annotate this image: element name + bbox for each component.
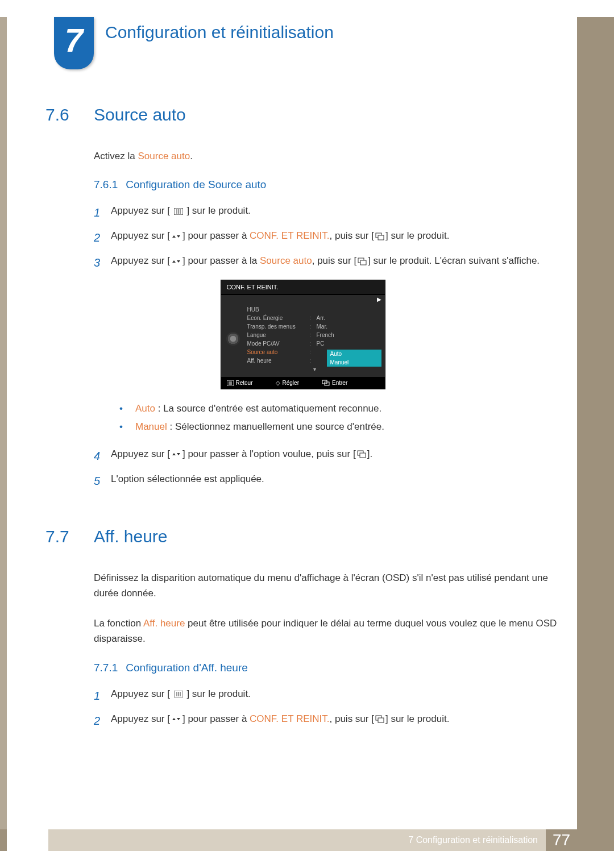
section-number: 7.6 [45, 105, 94, 124]
section-7-7-heading: 7.7 Aff. heure [45, 527, 560, 546]
subsection-title: Configuration de Source auto [126, 178, 266, 190]
up-down-icon [171, 450, 181, 458]
term-conf-reinit: CONF. ET REINIT. [250, 713, 329, 724]
section-number: 7.7 [45, 527, 94, 546]
svg-rect-21 [378, 718, 384, 722]
enter-icon [357, 450, 366, 458]
osd-title: CONF. ET REINIT. [221, 280, 385, 294]
subsection-title: Configuration d'Aff. heure [126, 662, 248, 674]
osd-preview: CONF. ET REINIT. ▶ HUB Econ. Énergie:Arr… [221, 280, 385, 389]
step-number: 2 [94, 227, 111, 248]
osd-back-icon: Retour [227, 380, 253, 386]
step-1: 1 Appuyez sur [ ] sur le produit. [94, 202, 560, 223]
subsection-number: 7.7.1 [94, 662, 118, 674]
page-number: 77 [546, 829, 577, 851]
term-source-auto: Source auto [138, 151, 190, 161]
up-down-icon [171, 258, 181, 265]
step-2: 2 Appuyez sur [] pour passer à CONF. ET … [94, 711, 560, 731]
osd-dropdown: Auto Manuel [327, 350, 381, 367]
osd-row-transp: Transp. des menus:Mar. [245, 322, 385, 331]
bullet-manuel: • Manuel : Sélectionnez manuellement une… [119, 418, 560, 436]
term-auto: Auto [135, 403, 155, 414]
osd-footer: Retour ◇ Régler Entrer [221, 377, 385, 389]
gear-icon [226, 332, 240, 346]
osd-adjust-icon: ◇ Régler [276, 380, 299, 386]
step-number: 2 [94, 711, 111, 731]
step-1: 1 Appuyez sur [ ] sur le produit. [94, 686, 560, 706]
enter-icon [375, 232, 384, 240]
page-footer: 7 Configuration et réinitialisation 77 [48, 829, 577, 851]
enter-icon [375, 715, 384, 723]
section-title: Aff. heure [94, 527, 168, 546]
osd-option-auto: Auto [327, 350, 381, 358]
svg-rect-7 [360, 260, 366, 265]
subsection-number: 7.6.1 [94, 178, 118, 190]
osd-row-hub: HUB [245, 305, 385, 314]
svg-rect-15 [360, 453, 366, 458]
step-number: 5 [94, 471, 111, 491]
bullet-icon: • [119, 418, 135, 436]
step-number: 3 [94, 252, 111, 273]
osd-row-econ: Econ. Énergie:Arr. [245, 314, 385, 322]
section-7-7-p1: Définissez la disparition automatique du… [94, 570, 560, 601]
left-stripe [0, 17, 7, 851]
osd-option-manuel: Manuel [327, 358, 381, 367]
subsection-7-6-1-heading: 7.6.1Configuration de Source auto [94, 178, 560, 191]
osd-row-langue: Langue:French [245, 331, 385, 339]
step-2: 2 Appuyez sur [] pour passer à CONF. ET … [94, 227, 560, 248]
step-5: 5 L'option sélectionnée est appliquée. [94, 471, 560, 491]
term-source-auto: Source auto [260, 255, 312, 266]
svg-rect-5 [378, 235, 384, 240]
step-3: 3 Appuyez sur [] pour passer à la Source… [94, 252, 560, 273]
section-7-6-intro: Activez la Source auto. [94, 148, 560, 164]
right-stripe [577, 17, 614, 851]
step-number: 1 [94, 686, 111, 706]
bullet-auto: • Auto : La source d'entrée est automati… [119, 400, 560, 418]
section-title: Source auto [94, 105, 186, 124]
step-number: 1 [94, 202, 111, 223]
osd-enter-icon: Entrer [322, 380, 347, 386]
step-number: 4 [94, 446, 111, 466]
osd-row-mode: Mode PC/AV:PC [245, 339, 385, 348]
up-down-icon [171, 232, 181, 240]
menu-icon [174, 208, 183, 215]
section-7-7-p2: La fonction Aff. heure peut être utilisé… [94, 616, 560, 646]
subsection-7-7-1-heading: 7.7.1Configuration d'Aff. heure [94, 662, 560, 674]
chapter-title: Configuration et réinitialisation [105, 23, 334, 42]
term-conf-reinit: CONF. ET REINIT. [250, 230, 329, 241]
up-down-icon [171, 715, 181, 723]
term-aff-heure: Aff. heure [143, 618, 185, 629]
footer-chapter-label: 7 Configuration et réinitialisation [408, 835, 538, 845]
chapter-number-badge: 7 [54, 17, 94, 69]
enter-icon [358, 258, 367, 265]
step-4: 4 Appuyez sur [] pour passer à l'option … [94, 446, 560, 466]
left-stripe-accent [0, 829, 7, 851]
osd-arrow-right-icon: ▶ [221, 295, 385, 303]
section-7-6-heading: 7.6 Source auto [45, 105, 560, 124]
bullet-icon: • [119, 400, 135, 418]
menu-icon [174, 691, 183, 697]
term-manuel: Manuel [135, 421, 167, 432]
